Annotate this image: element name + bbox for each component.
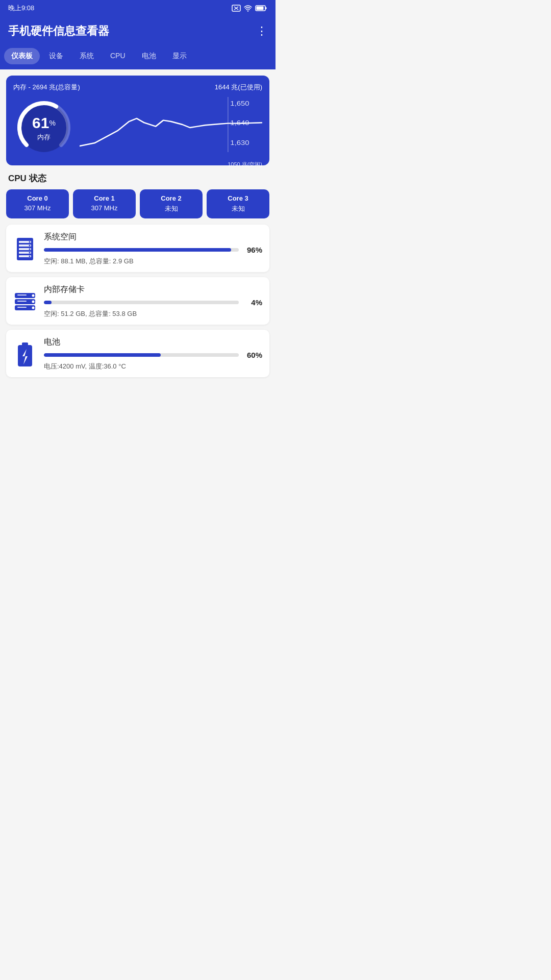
memory-free-label: 1050 兆(空闲)	[80, 161, 262, 168]
storage-icon	[15, 237, 35, 261]
core-1-freq: 307 MHz	[76, 204, 133, 212]
core-card-0: Core 0 307 MHz	[6, 189, 69, 218]
internal-storage-detail: 空闲: 51.2 GB, 总容量: 53.8 GB	[44, 309, 262, 318]
battery-card: 电池 60% 电压:4200 mV, 温度:36.0 °C	[6, 330, 269, 377]
system-space-content: 系统空间 96% 空闲: 88.1 MB, 总容量: 2.9 GB	[44, 232, 262, 266]
core-0-freq: 307 MHz	[9, 204, 66, 212]
svg-point-27	[32, 300, 35, 303]
nav-tabs: 仪表板 设备 系统 CPU 电池 显示	[0, 48, 276, 69]
svg-rect-30	[17, 301, 27, 302]
svg-text:1,630: 1,630	[230, 139, 249, 146]
status-time: 晚上9:08	[8, 4, 34, 13]
memory-body: 61% 内存 1,650 1,640 1,630 1050 兆(空闲)	[13, 97, 262, 158]
tab-system[interactable]: 系统	[72, 48, 101, 64]
core-3-freq: 未知	[210, 204, 266, 213]
tab-cpu[interactable]: CPU	[103, 48, 133, 64]
internal-storage-progress-row: 4%	[44, 298, 262, 307]
system-space-icon	[13, 237, 37, 261]
tab-display[interactable]: 显示	[165, 48, 194, 64]
battery-detail: 电压:4200 mV, 温度:36.0 °C	[44, 362, 262, 371]
svg-point-20	[29, 248, 31, 250]
internal-storage-progress-fill	[44, 301, 52, 304]
gauge-text: 61% 内存	[32, 114, 56, 141]
status-bar: 晚上9:08	[0, 0, 276, 16]
battery-pct: 60%	[243, 351, 262, 359]
system-space-progress-row: 96%	[44, 246, 262, 254]
svg-point-18	[29, 241, 31, 242]
svg-rect-29	[17, 295, 27, 296]
tab-battery[interactable]: 电池	[135, 48, 163, 64]
system-space-pct: 96%	[243, 246, 262, 254]
battery-content: 电池 60% 电压:4200 mV, 温度:36.0 °C	[44, 337, 262, 371]
core-2-freq: 未知	[143, 204, 199, 213]
core-1-name: Core 1	[76, 194, 133, 202]
battery-card-icon	[13, 342, 37, 366]
close-icon	[232, 5, 241, 12]
internal-storage-icon	[13, 290, 37, 313]
memory-gauge: 61% 内存	[13, 97, 74, 158]
more-menu-button[interactable]: ⋮	[256, 24, 267, 38]
memory-header: 内存 - 2694 兆(总容量) 1644 兆(已使用)	[13, 83, 262, 92]
core-2-name: Core 2	[143, 194, 199, 202]
svg-point-28	[32, 306, 35, 309]
tab-dashboard[interactable]: 仪表板	[4, 48, 40, 64]
svg-point-22	[29, 255, 31, 257]
tab-device[interactable]: 设备	[42, 48, 70, 64]
internal-storage-title: 内部存储卡	[44, 284, 262, 295]
internal-storage-card: 内部存储卡 4% 空闲: 51.2 GB, 总容量: 53.8 GB	[6, 277, 269, 325]
memory-total-label: 内存 - 2694 兆(总容量)	[13, 83, 80, 92]
svg-rect-31	[17, 307, 27, 308]
app-title: 手机硬件信息查看器	[8, 23, 109, 39]
memory-card: 内存 - 2694 兆(总容量) 1644 兆(已使用) 61% 内存	[6, 76, 269, 165]
svg-point-21	[29, 252, 31, 253]
svg-rect-6	[257, 7, 264, 10]
svg-rect-32	[18, 345, 32, 366]
cpu-cores: Core 0 307 MHz Core 1 307 MHz Core 2 未知 …	[0, 189, 276, 225]
cpu-section-title: CPU 状态	[0, 165, 276, 189]
system-space-progress-fill	[44, 248, 231, 252]
battery-progress-bg	[44, 353, 239, 357]
svg-text:1,640: 1,640	[230, 120, 249, 127]
core-card-1: Core 1 307 MHz	[73, 189, 136, 218]
memory-used-label: 1644 兆(已使用)	[215, 83, 262, 92]
memory-chart: 1,650 1,640 1,630 1050 兆(空闲)	[80, 97, 262, 158]
gauge-percentage: 61%	[32, 114, 56, 132]
battery-title: 电池	[44, 337, 262, 348]
svg-point-19	[29, 244, 31, 246]
system-space-title: 系统空间	[44, 232, 262, 242]
internal-storage-content: 内部存储卡 4% 空闲: 51.2 GB, 总容量: 53.8 GB	[44, 284, 262, 318]
battery-status-icon	[16, 342, 34, 366]
svg-text:1,650: 1,650	[230, 100, 249, 107]
system-space-detail: 空闲: 88.1 MB, 总容量: 2.9 GB	[44, 257, 262, 266]
app-header: 手机硬件信息查看器 ⋮	[0, 16, 276, 48]
gauge-label: 内存	[32, 133, 56, 141]
battery-progress-row: 60%	[44, 351, 262, 359]
battery-icon	[255, 5, 267, 12]
core-3-name: Core 3	[210, 194, 266, 202]
core-0-name: Core 0	[9, 194, 66, 202]
system-space-progress-bg	[44, 248, 239, 252]
battery-progress-fill	[44, 353, 161, 357]
system-space-card: 系统空间 96% 空闲: 88.1 MB, 总容量: 2.9 GB	[6, 225, 269, 272]
svg-rect-33	[22, 342, 28, 346]
svg-point-26	[32, 294, 35, 297]
internal-storage-progress-bg	[44, 301, 239, 304]
core-card-2: Core 2 未知	[140, 189, 203, 218]
chart-svg: 1,650 1,640 1,630	[80, 97, 262, 158]
svg-rect-5	[265, 7, 267, 9]
wifi-icon	[244, 5, 252, 12]
svg-point-3	[247, 10, 248, 11]
internal-storage-pct: 4%	[243, 298, 262, 307]
sdcard-icon	[14, 292, 36, 311]
core-card-3: Core 3 未知	[207, 189, 269, 218]
status-icons	[232, 5, 267, 12]
